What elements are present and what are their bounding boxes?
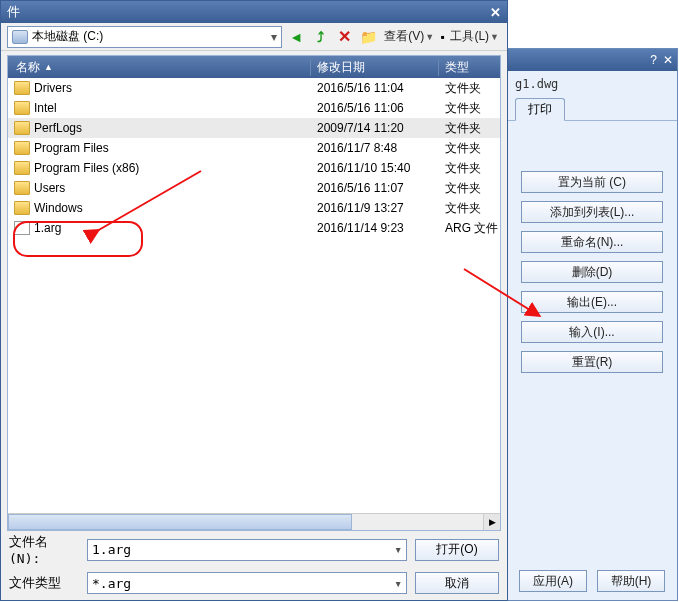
disk-icon xyxy=(12,30,28,44)
sort-asc-icon: ▲ xyxy=(44,62,53,72)
folder-icon xyxy=(14,201,30,215)
view-menu[interactable]: 查看(V) ▼ xyxy=(382,28,436,45)
cancel-button[interactable]: 取消 xyxy=(415,572,499,594)
item-date: 2016/5/16 11:07 xyxy=(311,181,439,195)
file-row[interactable]: 1.arg2016/11/14 9:23ARG 文件 xyxy=(8,218,500,238)
item-type: 文件夹 xyxy=(439,120,500,137)
drive-selector[interactable]: 本地磁盘 (C:) ▾ xyxy=(7,26,282,48)
folder-icon xyxy=(14,81,30,95)
item-type: 文件夹 xyxy=(439,180,500,197)
column-headers: 名称 ▲ 修改日期 类型 xyxy=(8,56,500,78)
filename-input[interactable]: 1.arg ▾ xyxy=(87,539,407,561)
reset-button[interactable]: 重置(R) xyxy=(521,351,663,373)
rename-button[interactable]: 重命名(N)... xyxy=(521,231,663,253)
item-name: Program Files xyxy=(34,141,109,155)
chevron-down-icon: ▾ xyxy=(394,542,402,557)
item-type: 文件夹 xyxy=(439,140,500,157)
dialog-title: 件 xyxy=(7,3,20,21)
item-type: 文件夹 xyxy=(439,200,500,217)
apply-button[interactable]: 应用(A) xyxy=(519,570,587,592)
toolbar: 本地磁盘 (C:) ▾ ◄ ⤴ ✕ 📁 查看(V) ▼ ▪ 工具(L) ▼ xyxy=(1,23,507,51)
folder-icon xyxy=(14,101,30,115)
item-name: Drivers xyxy=(34,81,72,95)
help-icon[interactable]: ? xyxy=(650,53,657,67)
add-to-list-button[interactable]: 添加到列表(L)... xyxy=(521,201,663,223)
folder-row[interactable]: Intel2016/5/16 11:06文件夹 xyxy=(8,98,500,118)
item-date: 2016/11/14 9:23 xyxy=(311,221,439,235)
item-name: Program Files (x86) xyxy=(34,161,139,175)
document-name: g1.dwg xyxy=(507,71,677,97)
folder-row[interactable]: Program Files (x86)2016/11/10 15:40文件夹 xyxy=(8,158,500,178)
close-icon[interactable]: ✕ xyxy=(663,53,673,67)
item-name: Users xyxy=(34,181,65,195)
set-current-button[interactable]: 置为当前 (C) xyxy=(521,171,663,193)
panel-titlebar: ? ✕ xyxy=(507,49,677,71)
folder-icon xyxy=(14,161,30,175)
folder-icon xyxy=(14,181,30,195)
item-date: 2016/11/9 13:27 xyxy=(311,201,439,215)
folder-icon xyxy=(14,121,30,135)
back-icon[interactable]: ◄ xyxy=(286,27,306,47)
filetype-input[interactable]: *.arg ▾ xyxy=(87,572,407,594)
item-type: 文件夹 xyxy=(439,160,500,177)
file-open-dialog: 件 ✕ 本地磁盘 (C:) ▾ ◄ ⤴ ✕ 📁 查看(V) ▼ ▪ 工具(L) … xyxy=(0,0,508,601)
item-type: 文件夹 xyxy=(439,100,500,117)
tab-print[interactable]: 打印 xyxy=(515,98,565,121)
folder-row[interactable]: Users2016/5/16 11:07文件夹 xyxy=(8,178,500,198)
item-name: 1.arg xyxy=(34,221,61,235)
item-date: 2016/5/16 11:06 xyxy=(311,101,439,115)
item-type: ARG 文件 xyxy=(439,220,500,237)
new-folder-icon[interactable]: 📁 xyxy=(358,27,378,47)
chevron-down-icon: ▼ xyxy=(425,32,434,42)
folder-row[interactable]: Program Files2016/11/7 8:48文件夹 xyxy=(8,138,500,158)
item-type: 文件夹 xyxy=(439,80,500,97)
filetype-label: 文件类型 xyxy=(9,574,79,592)
chevron-down-icon: ▾ xyxy=(394,576,402,591)
drive-label: 本地磁盘 (C:) xyxy=(32,28,103,45)
delete-button[interactable]: 删除(D) xyxy=(521,261,663,283)
folder-row[interactable]: Windows2016/11/9 13:27文件夹 xyxy=(8,198,500,218)
chevron-down-icon: ▾ xyxy=(271,30,277,44)
folder-row[interactable]: Drivers2016/5/16 11:04文件夹 xyxy=(8,78,500,98)
column-date[interactable]: 修改日期 xyxy=(311,59,439,76)
folder-row[interactable]: PerfLogs2009/7/14 11:20文件夹 xyxy=(8,118,500,138)
item-date: 2016/11/7 8:48 xyxy=(311,141,439,155)
item-name: Windows xyxy=(34,201,83,215)
file-list: 名称 ▲ 修改日期 类型 Drivers2016/5/16 11:04文件夹In… xyxy=(7,55,501,531)
tab-row: 打印 xyxy=(507,97,677,121)
dialog-titlebar: 件 ✕ xyxy=(1,1,507,23)
export-button[interactable]: 输出(E)... xyxy=(521,291,663,313)
tools-menu[interactable]: 工具(L) ▼ xyxy=(448,28,501,45)
print-settings-panel: ? ✕ g1.dwg 打印 置为当前 (C)添加到列表(L)...重命名(N).… xyxy=(506,48,678,601)
dialog-footer: 文件名(N): 1.arg ▾ 打开(O) 文件类型 *.arg ▾ 取消 xyxy=(9,527,499,594)
item-name: Intel xyxy=(34,101,57,115)
help-button[interactable]: 帮助(H) xyxy=(597,570,665,592)
folder-icon xyxy=(14,141,30,155)
open-button[interactable]: 打开(O) xyxy=(415,539,499,561)
item-date: 2016/11/10 15:40 xyxy=(311,161,439,175)
up-icon[interactable]: ⤴ xyxy=(310,27,330,47)
file-icon xyxy=(14,221,30,235)
import-button[interactable]: 输入(I)... xyxy=(521,321,663,343)
chevron-down-icon: ▼ xyxy=(490,32,499,42)
item-date: 2009/7/14 11:20 xyxy=(311,121,439,135)
item-name: PerfLogs xyxy=(34,121,82,135)
close-icon[interactable]: ✕ xyxy=(490,5,501,20)
column-name[interactable]: 名称 ▲ xyxy=(8,59,311,76)
filename-label: 文件名(N): xyxy=(9,533,79,566)
column-type[interactable]: 类型 xyxy=(439,59,500,76)
item-date: 2016/5/16 11:04 xyxy=(311,81,439,95)
delete-icon[interactable]: ✕ xyxy=(334,27,354,47)
